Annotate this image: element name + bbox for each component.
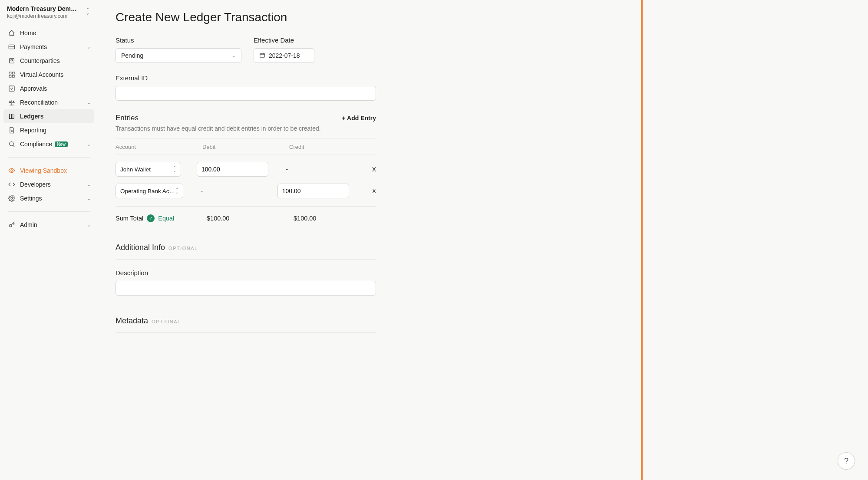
svg-point-10 xyxy=(11,197,13,199)
sidebar-item-label: Approvals xyxy=(20,85,47,92)
svg-rect-4 xyxy=(12,72,14,74)
org-name: Modern Treasury Dem… xyxy=(7,5,81,12)
sidebar-item-ledgers[interactable]: Ledgers xyxy=(3,109,94,123)
effective-date-value: 2022-07-18 xyxy=(269,52,300,59)
check-square-icon xyxy=(8,85,16,92)
entry-row: John Wallet ⌃⌄ - X xyxy=(116,162,376,177)
help-button[interactable]: ? xyxy=(838,452,855,470)
page-title: Create New Ledger Transaction xyxy=(116,10,624,24)
status-value: Pending xyxy=(121,52,143,59)
sidebar-item-label: Home xyxy=(20,30,36,36)
remove-entry-button[interactable]: X xyxy=(364,166,376,173)
gear-icon xyxy=(8,194,16,202)
account-value: Operating Bank Ac… xyxy=(120,188,175,194)
chevron-down-icon: ⌄ xyxy=(87,100,91,105)
sum-row: Sum Total ✓ Equal $100.00 $100.00 xyxy=(116,206,376,222)
optional-tag: OPTIONAL xyxy=(152,319,181,324)
chevron-down-icon: ⌄ xyxy=(87,196,91,201)
search-icon xyxy=(8,140,16,148)
sort-caret-icon: ⌃⌄ xyxy=(86,9,90,15)
sidebar-item-home[interactable]: Home xyxy=(3,26,94,40)
description-input[interactable] xyxy=(116,281,376,296)
scale-icon xyxy=(8,99,16,106)
main-content: Create New Ledger Transaction Status Pen… xyxy=(98,0,641,480)
remove-entry-button[interactable]: X xyxy=(365,187,376,194)
sidebar-item-developers[interactable]: Developers ⌄ xyxy=(3,178,94,191)
status-label: Status xyxy=(116,36,241,44)
grid-icon xyxy=(8,71,16,79)
equal-label: Equal xyxy=(158,215,174,222)
sum-label: Sum Total xyxy=(116,215,143,222)
chevron-down-icon: ⌄ xyxy=(87,44,91,50)
svg-point-9 xyxy=(11,170,13,171)
optional-tag: OPTIONAL xyxy=(168,246,198,251)
book-icon xyxy=(8,112,16,120)
credit-input[interactable] xyxy=(277,184,349,198)
sort-caret-icon: ⌃⌄ xyxy=(175,188,178,194)
svg-rect-3 xyxy=(9,72,11,74)
sidebar-item-label: Settings xyxy=(20,195,42,202)
sidebar-item-label: Developers xyxy=(20,181,51,188)
sidebar: Modern Treasury Dem… koji@moderntreasury… xyxy=(0,0,98,480)
svg-rect-5 xyxy=(9,75,11,77)
sidebar-item-settings[interactable]: Settings ⌄ xyxy=(3,191,94,205)
sidebar-item-label: Reconciliation xyxy=(20,99,58,106)
svg-rect-7 xyxy=(9,86,14,91)
sum-credit: $100.00 xyxy=(289,215,376,222)
effective-date-label: Effective Date xyxy=(254,36,314,44)
description-label: Description xyxy=(116,269,376,276)
sum-debit: $100.00 xyxy=(202,215,289,222)
chevron-down-icon: ⌄ xyxy=(87,141,91,147)
file-icon xyxy=(8,126,16,134)
entries-header-row: Account Debit Credit xyxy=(116,144,376,155)
svg-point-2 xyxy=(11,59,13,61)
eye-icon xyxy=(8,167,16,174)
metadata-heading: Metadata xyxy=(116,316,148,325)
account-value: John Wallet xyxy=(120,166,151,173)
svg-rect-0 xyxy=(9,45,14,49)
sort-caret-icon: ⌃⌄ xyxy=(173,167,176,172)
debit-input[interactable] xyxy=(197,162,268,177)
divider xyxy=(116,138,376,138)
col-credit: Credit xyxy=(289,144,359,150)
sidebar-item-virtual-accounts[interactable]: Virtual Accounts xyxy=(3,68,94,82)
sidebar-item-sandbox[interactable]: Viewing Sandbox xyxy=(3,164,94,178)
svg-point-8 xyxy=(10,142,13,146)
status-select[interactable]: Pending ⌄ xyxy=(116,48,241,63)
col-debit: Debit xyxy=(202,144,289,150)
svg-rect-6 xyxy=(12,75,14,77)
key-icon xyxy=(8,221,16,229)
effective-date-input[interactable]: 2022-07-18 xyxy=(254,48,314,63)
sidebar-item-label: Ledgers xyxy=(20,113,43,120)
sidebar-item-label: Admin xyxy=(20,221,37,228)
person-icon xyxy=(8,57,16,65)
sidebar-item-label: Reporting xyxy=(20,127,46,134)
sidebar-item-counterparties[interactable]: Counterparties xyxy=(3,54,94,68)
sidebar-item-label: Compliance xyxy=(20,141,52,148)
external-id-input[interactable] xyxy=(116,86,376,101)
sidebar-item-admin[interactable]: Admin ⌄ xyxy=(3,218,94,232)
org-switcher[interactable]: Modern Treasury Dem… koji@moderntreasury… xyxy=(0,3,98,23)
code-icon xyxy=(8,181,16,188)
additional-info-heading: Additional Info xyxy=(116,243,165,252)
org-email: koji@moderntreasury.com xyxy=(7,13,91,19)
entries-subtitle: Transactions must have equal credit and … xyxy=(116,125,624,132)
sidebar-item-reconciliation[interactable]: Reconciliation ⌄ xyxy=(3,95,94,109)
sidebar-item-label: Virtual Accounts xyxy=(20,71,63,78)
chevron-down-icon: ⌄ xyxy=(231,53,236,59)
sidebar-item-payments[interactable]: Payments ⌄ xyxy=(3,40,94,54)
help-icon: ? xyxy=(844,457,848,466)
divider xyxy=(8,211,90,212)
sidebar-item-reporting[interactable]: Reporting xyxy=(3,123,94,137)
add-entry-button[interactable]: + Add Entry xyxy=(342,115,376,122)
sidebar-item-label: Viewing Sandbox xyxy=(20,167,67,174)
account-select[interactable]: John Wallet ⌃⌄ xyxy=(116,162,181,177)
sidebar-item-approvals[interactable]: Approvals xyxy=(3,82,94,95)
card-icon xyxy=(8,43,16,51)
sidebar-item-compliance[interactable]: Compliance New ⌄ xyxy=(3,137,94,151)
divider xyxy=(8,157,90,158)
sidebar-item-label: Payments xyxy=(20,43,47,50)
account-select[interactable]: Operating Bank Ac… ⌃⌄ xyxy=(116,184,183,198)
chevron-down-icon: ⌄ xyxy=(87,182,91,187)
debit-dash: - xyxy=(199,187,262,195)
